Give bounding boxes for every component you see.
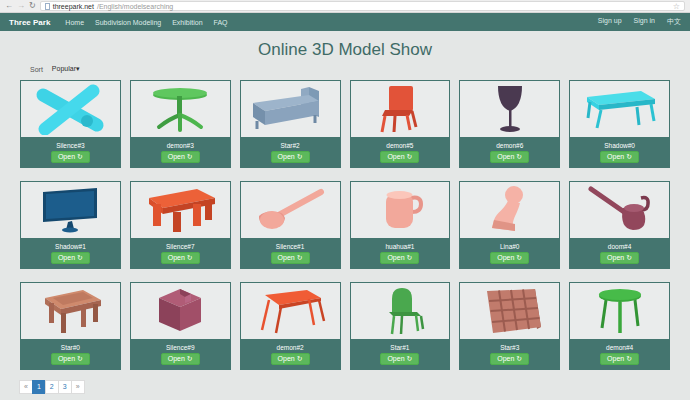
open-refresh-icon: ↻: [626, 254, 632, 262]
open-button[interactable]: Open↻: [490, 151, 529, 163]
open-refresh-icon: ↻: [297, 254, 303, 262]
open-refresh-icon: ↻: [297, 355, 303, 363]
nav-item-exhibition[interactable]: Exhibition: [172, 19, 202, 26]
nav-item-subdivision-modeling[interactable]: Subdivision Modeling: [95, 19, 161, 26]
open-refresh-icon: ↻: [297, 153, 303, 161]
model-card: Silence#9 Open↻: [130, 282, 231, 370]
model-card: Star#3 Open↻: [459, 282, 560, 370]
model-label: Silence#3: [56, 142, 85, 149]
page-title: Online 3D Model Show: [0, 40, 690, 60]
model-card: demon#5 Open↻: [350, 80, 451, 168]
model-thumbnail: [351, 182, 450, 238]
model-thumbnail: [351, 283, 450, 339]
bookmark-star-icon[interactable]: ☆: [673, 3, 680, 10]
back-icon[interactable]: ←: [5, 2, 13, 10]
open-button[interactable]: Open↻: [271, 353, 310, 365]
pagination-next[interactable]: »: [71, 380, 85, 394]
sort-dropdown[interactable]: Popular▾: [52, 65, 80, 73]
model-card: doom#4 Open↻: [569, 181, 670, 269]
model-card: Lina#0 Open↻: [459, 181, 560, 269]
open-button[interactable]: Open↻: [271, 252, 310, 264]
pagination-prev[interactable]: «: [19, 380, 33, 394]
model-label: Star#1: [390, 344, 409, 351]
pagination-page-2[interactable]: 2: [45, 380, 59, 394]
site-navbar: Three Park Home Subdivision Modeling Exh…: [0, 13, 690, 31]
open-refresh-icon: ↻: [516, 153, 522, 161]
reload-icon[interactable]: ↻: [29, 2, 36, 10]
open-button[interactable]: Open↻: [161, 353, 200, 365]
open-refresh-icon: ↻: [187, 153, 193, 161]
model-label: demon#5: [386, 142, 413, 149]
round-table-model-icon: [135, 83, 225, 135]
nav-item-faq[interactable]: FAQ: [214, 19, 228, 26]
sign-up-link[interactable]: Sign up: [598, 17, 622, 27]
model-label: demon#2: [277, 344, 304, 351]
model-label: Lina#0: [500, 243, 520, 250]
sign-in-link[interactable]: Sign in: [634, 17, 655, 27]
model-thumbnail: [241, 81, 340, 137]
sculpt-chair-model-icon: [465, 184, 555, 236]
open-button[interactable]: Open↻: [600, 252, 639, 264]
open-button[interactable]: Open↻: [380, 353, 419, 365]
model-grid: Silence#3 Open↻ demon#3 Open↻: [20, 80, 670, 370]
open-button[interactable]: Open↻: [380, 151, 419, 163]
brand-link[interactable]: Three Park: [9, 18, 50, 27]
nav-item-home[interactable]: Home: [65, 19, 84, 26]
model-label: Silence#9: [166, 344, 195, 351]
thick-table-model-icon: [135, 184, 225, 236]
model-card: huahua#1 Open↻: [350, 181, 451, 269]
model-thumbnail: [460, 182, 559, 238]
wood-table-model-icon: [25, 285, 115, 337]
open-refresh-icon: ↻: [77, 355, 83, 363]
open-button[interactable]: Open↻: [490, 252, 529, 264]
cube-model-icon: [135, 285, 225, 337]
model-card: Star#1 Open↻: [350, 282, 451, 370]
pagination-page-1[interactable]: 1: [32, 380, 46, 394]
model-label: Star#0: [61, 344, 80, 351]
model-label: Shadow#1: [55, 243, 86, 250]
model-label: Star#2: [281, 142, 300, 149]
spoon-model-icon: [245, 184, 335, 236]
open-refresh-icon: ↻: [187, 254, 193, 262]
model-card: demon#2 Open↻: [240, 282, 341, 370]
open-button[interactable]: Open↻: [490, 353, 529, 365]
open-refresh-icon: ↻: [626, 153, 632, 161]
model-label: Silence#1: [276, 243, 305, 250]
open-button[interactable]: Open↻: [51, 353, 90, 365]
open-button[interactable]: Open↻: [161, 252, 200, 264]
open-button[interactable]: Open↻: [380, 252, 419, 264]
open-refresh-icon: ↻: [407, 153, 413, 161]
model-thumbnail: [570, 182, 669, 238]
model-label: huahua#1: [385, 243, 414, 250]
forward-icon[interactable]: →: [17, 2, 25, 10]
url-bar[interactable]: threepark.net /English/modelsearching ☆: [40, 1, 685, 11]
open-button[interactable]: Open↻: [51, 151, 90, 163]
open-refresh-icon: ↻: [407, 355, 413, 363]
open-refresh-icon: ↻: [516, 254, 522, 262]
table-model-icon: [575, 83, 665, 135]
browser-chrome: ← → ↻ threepark.net /English/modelsearch…: [0, 0, 690, 13]
chair-model-icon: [355, 83, 445, 135]
open-refresh-icon: ↻: [77, 254, 83, 262]
mug-model-icon: [355, 184, 445, 236]
open-button[interactable]: Open↻: [600, 353, 639, 365]
sort-row: Sort Popular▾: [30, 65, 690, 73]
watering-can-model-icon: [575, 184, 665, 236]
url-domain: threepark.net: [53, 3, 94, 10]
url-path: /English/modelsearching: [97, 3, 173, 10]
model-thumbnail: [570, 81, 669, 137]
model-thumbnail: [21, 283, 120, 339]
model-thumbnail: [460, 81, 559, 137]
language-toggle-link[interactable]: 中文: [667, 17, 681, 27]
model-thumbnail: [460, 283, 559, 339]
open-button[interactable]: Open↻: [600, 151, 639, 163]
model-thumbnail: [21, 81, 120, 137]
model-thumbnail: [131, 81, 230, 137]
thin-table-model-icon: [245, 285, 335, 337]
page-icon: [45, 3, 50, 10]
open-button[interactable]: Open↻: [51, 252, 90, 264]
pagination-page-3[interactable]: 3: [58, 380, 72, 394]
model-thumbnail: [241, 182, 340, 238]
open-button[interactable]: Open↻: [161, 151, 200, 163]
open-button[interactable]: Open↻: [271, 151, 310, 163]
